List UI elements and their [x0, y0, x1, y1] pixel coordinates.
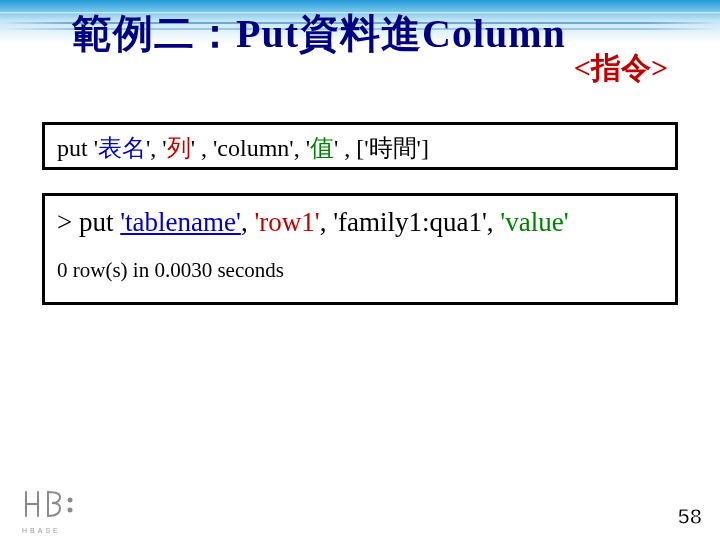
sep: ,: [150, 135, 162, 161]
ex-row: 'row1': [254, 207, 319, 237]
logo-label: HBASE: [22, 527, 61, 534]
sep: ,: [487, 207, 501, 237]
syntax-opt-close: ']: [417, 135, 429, 161]
quote: ': [191, 135, 201, 161]
syntax-row: 列: [167, 135, 191, 161]
sep: ,: [241, 207, 255, 237]
syntax-tablename: 表名: [98, 135, 146, 161]
prompt: > put: [57, 207, 120, 237]
slide-title: 範例二：Put資料進Column: [72, 6, 566, 61]
syntax-cmd: put: [57, 135, 94, 161]
ex-tablename: 'tablename': [120, 207, 241, 237]
svg-point-1: [68, 508, 73, 513]
syntax-value: 值: [310, 135, 334, 161]
svg-point-0: [68, 498, 73, 503]
ex-column: 'family1:qua1': [333, 207, 487, 237]
page-number: 58: [678, 504, 702, 530]
ex-value: 'value': [500, 207, 568, 237]
hbase-logo: [20, 486, 82, 526]
syntax-time: 時間: [369, 135, 417, 161]
syntax-opt-open: , [': [344, 135, 368, 161]
quote: ': [334, 135, 344, 161]
sep: ,: [320, 207, 334, 237]
syntax-column: 'column': [213, 135, 294, 161]
example-command: > put 'tablename', 'row1', 'family1:qua1…: [57, 204, 663, 240]
syntax-box: put '表名', '列' , 'column', '值' , ['時間']: [42, 122, 678, 170]
example-result: 0 row(s) in 0.0030 seconds: [57, 258, 663, 283]
sep: ,: [201, 135, 213, 161]
slide-subtitle: <指令>: [574, 48, 668, 89]
sep: ,: [294, 135, 306, 161]
example-box: > put 'tablename', 'row1', 'family1:qua1…: [42, 193, 678, 305]
